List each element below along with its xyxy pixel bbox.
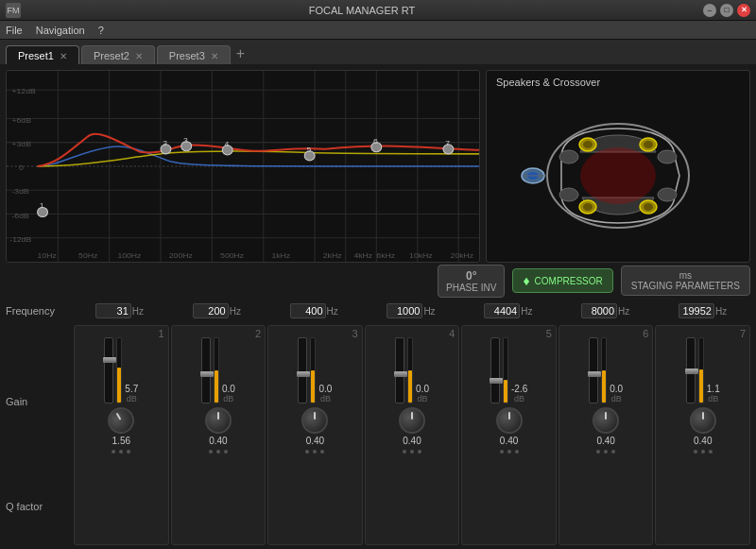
freq-input-5[interactable] [484, 303, 520, 318]
fader-handle-1[interactable] [103, 357, 116, 363]
q-knob-1[interactable] [103, 403, 139, 438]
svg-text:1: 1 [40, 201, 44, 211]
dot-5b [507, 450, 511, 454]
dot-5c [515, 450, 519, 454]
svg-text:4kHz: 4kHz [353, 250, 372, 260]
freq-input-1[interactable] [95, 303, 131, 318]
strip-labels: Gain Q factor [6, 325, 72, 545]
gain-val-2: 0.0 [222, 384, 235, 394]
vu-1 [116, 337, 122, 403]
dot-row-7 [694, 450, 713, 454]
freq-input-6[interactable] [581, 303, 617, 318]
freq-unit-5: Hz [521, 306, 532, 317]
qfactor-section-1: 1.56 [108, 407, 134, 454]
dot-row-6 [596, 450, 615, 454]
menu-file[interactable]: File [6, 25, 23, 36]
main-area: Parametric Equalizer [0, 64, 756, 549]
gain-val-1: 5.7 [125, 384, 138, 394]
gain-unit-7: dB [708, 394, 718, 403]
car-svg [495, 86, 741, 247]
q-knob-2[interactable] [205, 407, 232, 434]
add-tab-button[interactable]: + [232, 45, 249, 64]
fader-handle-3[interactable] [297, 371, 310, 377]
q-knob-4[interactable] [399, 407, 425, 434]
staging-button[interactable]: ms STAGING PARAMETERS [621, 266, 750, 296]
freq-cell-3: Hz [266, 303, 362, 318]
fader-1[interactable] [104, 337, 113, 403]
phase-inv-button[interactable]: 0° PHASE INV [438, 265, 505, 298]
strip-num-2: 2 [255, 328, 261, 339]
gain-section-6: 0.0 dB [559, 328, 653, 403]
tab-preset1[interactable]: Preset1 ✕ [6, 45, 79, 64]
dot-3c [320, 450, 324, 454]
q-knob-7[interactable] [690, 407, 716, 434]
strip-3: 3 0.0 dB [267, 325, 363, 545]
svg-text:6: 6 [373, 136, 378, 146]
svg-text:100Hz: 100Hz [117, 250, 141, 260]
freq-input-2[interactable] [193, 303, 229, 318]
channel-strips: 1 5.7 dB [74, 325, 750, 545]
dot-2a [209, 450, 213, 454]
svg-text:50Hz: 50Hz [78, 250, 97, 260]
q-knob-6[interactable] [593, 407, 619, 434]
fader-5[interactable] [490, 337, 500, 403]
fader-7[interactable] [686, 337, 696, 403]
gain-section-1: 5.7 dB [75, 328, 168, 403]
close-button[interactable]: ✕ [737, 4, 750, 17]
svg-point-54 [658, 188, 677, 201]
fader-handle-6[interactable] [588, 371, 601, 377]
maximize-button[interactable]: □ [720, 4, 733, 17]
strip-num-5: 5 [546, 328, 552, 339]
gain-section-4: 0.0 dB [366, 328, 459, 403]
dot-4c [418, 450, 421, 454]
fader-handle-5[interactable] [490, 378, 503, 384]
svg-point-52 [559, 188, 578, 201]
vu-fill-4 [408, 370, 412, 403]
compressor-button[interactable]: ♦ COMPRESSOR [512, 268, 612, 293]
svg-text:4: 4 [224, 139, 229, 148]
freq-input-4[interactable] [387, 303, 422, 318]
vu-3 [310, 337, 316, 403]
tab-preset2[interactable]: Preset2 ✕ [81, 45, 155, 64]
fader-6[interactable] [589, 337, 598, 403]
speaker-title: Speakers & Crossover [496, 77, 600, 88]
titlebar: FM FOCAL MANAGER RT – □ ✕ [0, 0, 756, 21]
svg-point-55 [580, 147, 656, 204]
q-knob-5[interactable] [496, 407, 523, 434]
freq-cell-6: Hz [558, 303, 653, 318]
gain-section-2: 0.0 dB [172, 328, 266, 403]
gain-val-5: -2.6 [511, 384, 527, 394]
fader-handle-2[interactable] [200, 371, 214, 377]
phase-inv-label: PHASE INV [446, 283, 496, 293]
fader-handle-7[interactable] [685, 369, 698, 374]
fader-3[interactable] [298, 337, 307, 403]
staging-top: ms [679, 270, 692, 281]
tab-preset3[interactable]: Preset3 ✕ [157, 45, 231, 64]
close-tab-preset1[interactable]: ✕ [60, 51, 67, 61]
dot-3a [305, 450, 309, 454]
qfactor-section-4: 0.40 [399, 407, 425, 454]
eq-display: +12dB +6dB +3dB 0 -3dB -6dB -12dB 10Hz 5… [7, 71, 479, 262]
minimize-button[interactable]: – [703, 4, 716, 17]
fader-4[interactable] [395, 337, 404, 403]
gain-section-3: 0.0 dB [268, 328, 362, 403]
menu-help[interactable]: ? [98, 25, 104, 36]
qfactor-section-6: 0.40 [593, 407, 619, 454]
close-tab-preset3[interactable]: ✕ [211, 51, 218, 61]
svg-text:-3dB: -3dB [11, 187, 29, 197]
q-val-7: 0.40 [694, 436, 712, 446]
menu-navigation[interactable]: Navigation [36, 25, 85, 36]
svg-point-65 [644, 203, 653, 211]
fader-handle-4[interactable] [394, 371, 407, 377]
freq-input-3[interactable] [290, 303, 326, 318]
close-tab-preset2[interactable]: ✕ [135, 51, 143, 61]
svg-text:+3dB: +3dB [11, 139, 31, 148]
dot-6a [596, 450, 600, 454]
phase-inv-degree: 0° [466, 269, 476, 283]
freq-unit-3: Hz [327, 306, 338, 317]
q-knob-3[interactable] [301, 407, 328, 434]
svg-text:2: 2 [163, 138, 167, 147]
freq-unit-2: Hz [230, 306, 241, 317]
freq-input-7[interactable] [679, 303, 714, 318]
fader-2[interactable] [201, 337, 211, 403]
